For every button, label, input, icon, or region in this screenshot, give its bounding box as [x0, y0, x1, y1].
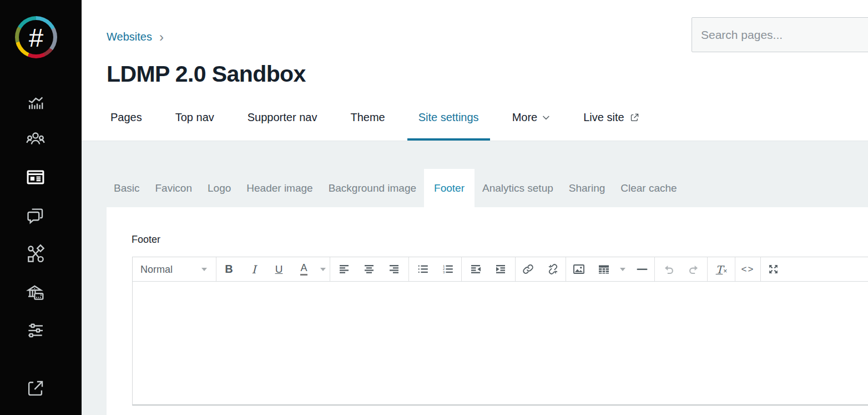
tab-live-site[interactable]: Live site: [583, 111, 639, 141]
indent-group: [462, 257, 516, 281]
external-link-icon: [629, 112, 640, 123]
alignment-group: [330, 257, 409, 281]
main-area: Websites › LDMP 2.0 Sandbox Pages Top na…: [82, 0, 868, 415]
bold-button[interactable]: B: [216, 257, 241, 281]
tab-more[interactable]: More: [512, 111, 551, 141]
link-group: [516, 257, 566, 281]
undo-icon: [663, 264, 674, 275]
list-group: 1 2 3: [409, 257, 462, 281]
site-settings-subtabs: Basic Favicon Logo Header image Backgrou…: [106, 141, 685, 207]
editor-content-area[interactable]: [133, 282, 868, 405]
unlink-icon: [547, 263, 559, 275]
numbered-list-button[interactable]: 1 2 3: [435, 257, 460, 281]
link-icon: [522, 263, 534, 275]
editor-toolbar: Normal B I U A: [133, 257, 868, 282]
table-dropdown[interactable]: [616, 257, 629, 281]
align-left-button[interactable]: [332, 257, 357, 281]
fullscreen-group: [761, 257, 786, 281]
people-icon[interactable]: [25, 129, 46, 150]
settings-icon[interactable]: [25, 320, 46, 341]
redo-icon: [688, 264, 699, 275]
undo-button[interactable]: [656, 257, 681, 281]
analytics-icon[interactable]: [25, 91, 46, 112]
hash-glyph: #: [15, 16, 57, 58]
align-center-icon: [365, 264, 375, 274]
bullet-list-button[interactable]: [410, 257, 435, 281]
automation-icon[interactable]: [25, 243, 46, 264]
subtab-clear-cache[interactable]: Clear cache: [613, 169, 684, 207]
sidebar: #: [0, 0, 82, 415]
finance-icon[interactable]: [25, 282, 46, 303]
search-input[interactable]: [692, 17, 868, 52]
decrease-indent-button[interactable]: [463, 257, 488, 281]
tab-theme[interactable]: Theme: [350, 111, 385, 141]
code-view-button[interactable]: <>: [735, 257, 760, 281]
chevron-down-icon: [542, 115, 550, 121]
subtab-basic[interactable]: Basic: [106, 169, 147, 207]
italic-button[interactable]: I: [241, 257, 266, 281]
numbered-list-icon: 1 2 3: [443, 264, 453, 274]
tab-site-settings[interactable]: Site settings: [418, 111, 479, 141]
search-container: [692, 17, 868, 52]
subtab-favicon[interactable]: Favicon: [147, 169, 200, 207]
communication-icon[interactable]: [25, 205, 46, 226]
clear-formatting-button[interactable]: T×: [709, 257, 734, 281]
page-header: Websites › LDMP 2.0 Sandbox Pages Top na…: [82, 0, 868, 141]
breadcrumb-chevron-icon: ›: [159, 32, 164, 43]
outdent-icon: [471, 264, 481, 274]
horizontal-rule-button[interactable]: [629, 257, 654, 281]
bullet-list-icon: [418, 264, 428, 274]
text-color-dropdown[interactable]: [316, 257, 330, 281]
footer-settings-panel: Footer Normal B I U A: [107, 207, 868, 415]
image-icon: [573, 264, 584, 274]
chevron-down-icon: [620, 268, 625, 271]
indent-icon: [496, 264, 506, 274]
underline-button[interactable]: U: [266, 257, 291, 281]
rich-text-editor: Normal B I U A: [132, 257, 868, 406]
site-nav-tabs: Pages Top nav Supporter nav Theme Site s…: [110, 111, 640, 141]
clear-format-group: T×: [708, 257, 735, 281]
footer-field-label: Footer: [132, 234, 160, 246]
breadcrumb: Websites ›: [107, 31, 164, 43]
insert-image-button[interactable]: [566, 257, 591, 281]
tab-pages[interactable]: Pages: [110, 111, 142, 141]
align-left-icon: [340, 264, 350, 274]
fullscreen-icon: [768, 264, 779, 274]
align-right-button[interactable]: [382, 257, 407, 281]
insert-group: [566, 257, 655, 281]
insert-link-button[interactable]: [516, 257, 541, 281]
text-style-group: B I U A: [216, 257, 330, 281]
nationbuilder-logo[interactable]: #: [15, 16, 57, 58]
subtab-footer[interactable]: Footer: [424, 169, 475, 207]
chevron-down-icon: [201, 268, 207, 271]
app-root: #: [0, 0, 868, 415]
subtab-analytics-setup[interactable]: Analytics setup: [475, 169, 561, 207]
tab-supporter-nav[interactable]: Supporter nav: [248, 111, 317, 141]
code-view-group: <>: [735, 257, 761, 281]
text-color-button[interactable]: A: [291, 257, 316, 281]
svg-text:3: 3: [443, 271, 445, 274]
remove-link-button[interactable]: [541, 257, 566, 281]
format-dropdown-value: Normal: [140, 263, 173, 275]
site-settings-section: Basic Favicon Logo Header image Backgrou…: [82, 141, 868, 415]
breadcrumb-websites-link[interactable]: Websites: [107, 31, 152, 43]
redo-button[interactable]: [681, 257, 706, 281]
external-link-icon[interactable]: [25, 378, 46, 399]
fullscreen-button[interactable]: [761, 257, 786, 281]
align-right-icon: [390, 264, 400, 274]
subtab-sharing[interactable]: Sharing: [561, 169, 613, 207]
chevron-down-icon: [320, 268, 326, 271]
increase-indent-button[interactable]: [488, 257, 513, 281]
subtab-background-image[interactable]: Background image: [321, 169, 424, 207]
websites-icon[interactable]: [25, 167, 46, 188]
table-icon: [598, 264, 609, 274]
paragraph-format-dropdown[interactable]: Normal: [133, 257, 216, 281]
subtab-logo[interactable]: Logo: [200, 169, 239, 207]
horizontal-rule-icon: [637, 268, 648, 271]
history-group: [655, 257, 708, 281]
align-center-button[interactable]: [357, 257, 382, 281]
page-title: LDMP 2.0 Sandbox: [107, 61, 306, 87]
subtab-header-image[interactable]: Header image: [239, 169, 320, 207]
insert-table-button[interactable]: [591, 257, 616, 281]
tab-top-nav[interactable]: Top nav: [175, 111, 214, 141]
